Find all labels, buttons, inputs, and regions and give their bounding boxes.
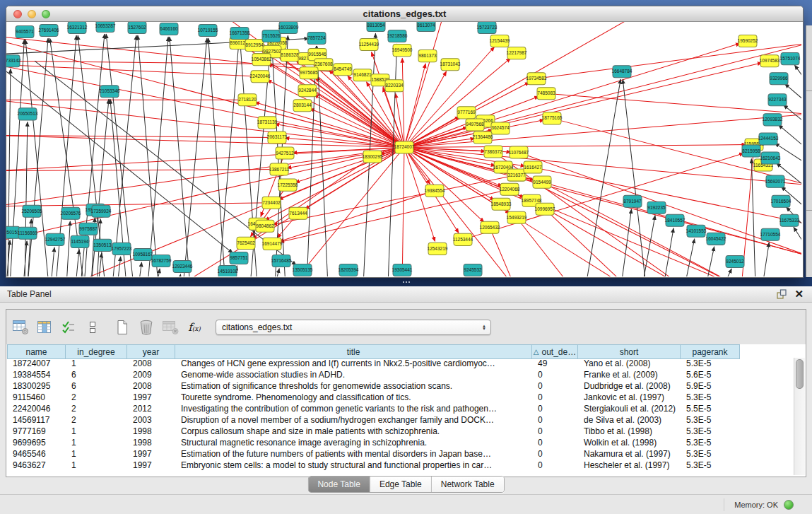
table-cell: Changes of HCN gene expression and I(f) …	[175, 358, 532, 369]
table-cell: Estimation of significance thresholds fo…	[175, 380, 532, 392]
column-header-title[interactable]: title	[175, 345, 532, 358]
column-header-out_de[interactable]: △out_de…	[532, 345, 578, 358]
desktop-background: citations_edges.txt 18724007896012389129…	[0, 0, 812, 286]
table-cell: 0	[532, 448, 578, 460]
svg-text:9227343: 9227343	[768, 97, 787, 102]
table-row[interactable]: 1872400712008Changes of HCN gene express…	[7, 358, 740, 369]
tab-network-table[interactable]: Network Table	[432, 477, 504, 492]
network-window[interactable]: citations_edges.txt 18724007896012389129…	[6, 6, 804, 278]
table-cell: 0	[532, 426, 578, 437]
table-cell: 9463627	[7, 460, 66, 471]
close-icon[interactable]: ✕	[794, 288, 804, 300]
svg-text:19305441: 19305441	[392, 267, 413, 272]
svg-text:19734583: 19734583	[526, 76, 547, 81]
svg-text:12942757: 12942757	[45, 237, 66, 242]
table-panel-title: Table Panel	[0, 289, 52, 299]
svg-text:17359924: 17359924	[91, 209, 112, 214]
svg-text:18731043: 18731043	[440, 62, 461, 66]
column-header-name[interactable]: name	[7, 345, 66, 358]
sort-ascending-icon: △	[534, 348, 539, 356]
svg-text:11254439: 11254439	[359, 42, 379, 47]
split-pane-grip[interactable]	[402, 281, 412, 285]
table-cell: 5.5E-5	[681, 403, 740, 414]
table-panel-titlebar[interactable]: Table Panel ✕	[0, 286, 812, 303]
table-row[interactable]: 911546021997Tourette syndrome. Phenomeno…	[7, 392, 740, 403]
svg-text:15751074: 15751074	[780, 56, 801, 61]
function-builder-icon[interactable]: f(x)	[184, 317, 204, 337]
svg-text:18300295: 18300295	[363, 154, 383, 159]
svg-text:12204068: 12204068	[500, 187, 520, 192]
memory-ok-led-icon[interactable]	[784, 500, 794, 510]
svg-text:12733142: 12733142	[6, 58, 21, 63]
table-cell: Embryonic stem cells: a model to study s…	[175, 460, 532, 471]
svg-text:11156869: 11156869	[18, 230, 37, 235]
network-view-canvas[interactable]: 1872400789601238912954182260589827503818…	[6, 22, 801, 276]
table-cell: 18724007	[7, 358, 66, 369]
delete-column-icon[interactable]	[136, 317, 156, 337]
tab-node-table[interactable]: Node Table	[308, 477, 370, 492]
svg-text:7857224: 7857224	[307, 35, 326, 40]
column-header-year[interactable]: year	[127, 345, 175, 358]
table-cell: Jankovic et al. (1997)	[578, 392, 681, 403]
show-columns-icon[interactable]	[35, 317, 54, 337]
table-row[interactable]: 1456911722003Disruption of a novel membe…	[7, 414, 740, 426]
table-row[interactable]: 946554611997Estimation of the future num…	[7, 448, 740, 460]
table-row[interactable]: 969969511998Structural magnetic resonanc…	[7, 437, 740, 448]
column-header-short[interactable]: short	[578, 345, 681, 358]
svg-text:9405571: 9405571	[16, 29, 34, 34]
table-cell: 5.3E-5	[681, 437, 740, 448]
column-header-in_degree[interactable]: in_degree	[66, 345, 127, 358]
table-cell: 1997	[127, 460, 175, 471]
table-row[interactable]: 977716911998Corpus callosum shape and si…	[7, 426, 740, 437]
svg-text:7625402: 7625402	[237, 240, 255, 245]
table-row[interactable]: 1938455462009Genome-wide association stu…	[7, 369, 740, 380]
svg-text:18957748: 18957748	[522, 198, 542, 203]
table-row[interactable]: 1830029562008Estimation of significance …	[7, 380, 740, 392]
table-cell: 6	[66, 380, 127, 392]
right-dock-edge[interactable]	[806, 25, 812, 277]
svg-text:10653287: 10653287	[95, 23, 116, 28]
column-header-pagerank[interactable]: pagerank	[681, 345, 740, 358]
table-cell: 18300295	[7, 380, 66, 392]
table-cell: Disruption of a novel member of a sodium…	[175, 414, 532, 426]
float-panel-icon[interactable]	[775, 288, 789, 300]
tab-edge-table[interactable]: Edge Table	[370, 477, 432, 492]
table-cell: Dudbridge et al. (2008)	[578, 380, 681, 392]
table-cell: Genome-wide association studies in ADHD.	[175, 369, 532, 380]
table-cell: 0	[532, 403, 578, 414]
svg-text:16720404: 16720404	[493, 165, 514, 170]
table-row[interactable]: 2242004622012Investigating the contribut…	[7, 403, 740, 414]
table-selector-dropdown[interactable]: citations_edges.txt ▲▼	[216, 320, 491, 335]
dropdown-arrows-icon: ▲▼	[482, 325, 486, 330]
status-separator	[724, 498, 724, 511]
svg-text:11076487: 11076487	[509, 150, 529, 155]
svg-text:18548933: 18548933	[491, 201, 512, 206]
table-cell: 19384554	[7, 369, 66, 380]
table-cell: 0	[532, 369, 578, 380]
svg-text:13505135: 13505135	[293, 267, 313, 272]
svg-text:10996957: 10996957	[535, 206, 555, 211]
table-row[interactable]: 946362711997Embryonic stem cells: a mode…	[7, 460, 740, 471]
svg-text:16949500: 16949500	[392, 47, 413, 52]
table-mode-icon[interactable]	[11, 317, 30, 337]
svg-text:11675333: 11675333	[779, 218, 800, 223]
svg-text:3624574: 3624574	[491, 125, 510, 130]
svg-text:9861373: 9861373	[418, 53, 437, 58]
svg-text:15716485: 15716485	[271, 258, 292, 263]
svg-text:9242844: 9242844	[298, 88, 317, 93]
row-height-icon[interactable]	[83, 317, 102, 337]
vertical-scrollbar[interactable]	[794, 358, 805, 475]
select-columns-icon[interactable]	[59, 317, 78, 337]
scrollbar-thumb[interactable]	[796, 359, 804, 389]
svg-text:17957223: 17957223	[112, 246, 132, 251]
network-window-titlebar[interactable]: citations_edges.txt	[6, 6, 803, 22]
table-header-row: namein_degreeyeartitle△out_de…shortpager…	[7, 344, 740, 359]
svg-text:2803144: 2803144	[293, 103, 312, 107]
svg-text:12065432: 12065432	[480, 225, 500, 230]
create-column-icon[interactable]	[112, 317, 132, 337]
table-cell: 1998	[127, 426, 175, 437]
svg-text:15723723: 15723723	[477, 25, 498, 30]
svg-text:25206505: 25206505	[22, 209, 42, 214]
svg-text:7485083: 7485083	[537, 90, 555, 95]
svg-text:6466160: 6466160	[160, 26, 178, 31]
